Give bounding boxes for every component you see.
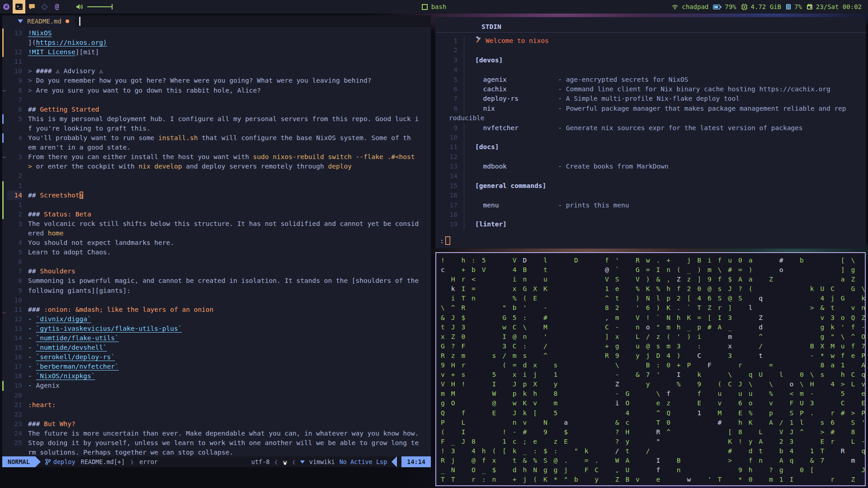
- pager-content: 1Welcome to nixos23[devos]45 agenix- age…: [435, 33, 866, 230]
- workspace-chat[interactable]: [25, 0, 38, 14]
- network-status[interactable]: chadpad: [671, 3, 708, 10]
- pager-line-number: 10: [435, 133, 464, 142]
- linux-penguin-icon: [283, 459, 288, 465]
- workspace-settings[interactable]: [38, 0, 51, 14]
- workspace-mail[interactable]: @: [51, 0, 63, 14]
- text-segment: ##: [28, 267, 40, 275]
- git-sign: [2, 314, 7, 324]
- grid-row: V H ! I J p X y Z y % 9 ( C J \ \ o \ H …: [441, 380, 860, 389]
- git-sign: [2, 381, 7, 390]
- workspace-firefox[interactable]: [0, 0, 13, 14]
- clock[interactable]: 23/Sat 00:02: [807, 3, 862, 10]
- volume-slider[interactable]: [87, 6, 113, 7]
- git-sign: [2, 162, 7, 171]
- git-sign: [2, 286, 7, 296]
- line-number: [7, 448, 22, 456]
- text-segment: Summoning is powerful magic, and cannot …: [28, 277, 419, 284]
- git-sign: [2, 324, 7, 333]
- grid-row: ( I ! - # 9 $ ? H R ^ [ 8 L V J ^ > # 8 …: [441, 427, 860, 437]
- text-segment: The volcanic rock still shifts below thi…: [28, 220, 419, 227]
- git-sign: [2, 248, 7, 257]
- workspace-terminal-active[interactable]: >_: [13, 0, 25, 14]
- editor-line: ~3From there you can either install the …: [2, 152, 431, 162]
- git-branch-icon: [45, 459, 51, 465]
- text-segment: [linter]: [475, 221, 507, 228]
- cpu-status[interactable]: 7%: [786, 3, 802, 10]
- text-segment: :onion: &mdash; like the layers of an on…: [44, 306, 213, 313]
- line-number: 4: [7, 238, 22, 248]
- git-sign: [2, 391, 7, 400]
- line-number: 6: [7, 105, 22, 114]
- pager-line: 13 mdbook- Create books from MarkDown: [435, 162, 866, 171]
- git-sign: [2, 257, 7, 267]
- text-segment: You'll probably want to run some: [28, 134, 158, 141]
- statusline-filename: README.md[+]: [81, 458, 125, 465]
- pager-line: 5 agenix- age-encrypted secrets for NixO…: [435, 75, 866, 84]
- line-text: Learn to adopt Chaos.: [22, 248, 111, 257]
- text-segment: agenix: [475, 75, 558, 84]
- text-segment: ##: [28, 192, 40, 199]
- git-sign: [2, 200, 7, 210]
- pager-line: 3[devos]: [435, 56, 866, 65]
- pager-line-number: 6: [435, 84, 464, 94]
- line-number: 11: [7, 57, 22, 66]
- text-segment: >: [28, 87, 36, 94]
- chat-bubble-icon: [28, 4, 35, 10]
- pager-line-text: [464, 133, 475, 142]
- git-sign: [2, 47, 7, 57]
- neovim-editor-window[interactable]: README.md 13!NixOS](https://nixos.org)12…: [2, 15, 431, 467]
- editor-line: 2: [2, 171, 431, 181]
- git-sign: [2, 66, 7, 76]
- clock-segment: 14:14: [401, 456, 431, 467]
- git-branch[interactable]: deploy: [45, 458, 75, 465]
- markdown-filetype-icon: [18, 19, 23, 23]
- editor-buffer[interactable]: 13!NixOS](https://nixos.org)12!MIT Licen…: [2, 28, 431, 456]
- line-number: 7: [7, 267, 22, 276]
- line-text: ### But Why?: [22, 419, 75, 429]
- date-time: 23/Sat 00:02: [816, 3, 862, 10]
- text-segment: You should not expect landmarks here.: [28, 239, 174, 246]
- line-number: 7: [7, 95, 22, 105]
- pager-line-number: 3: [435, 56, 464, 65]
- editor-line: 14## Screetshots: [2, 191, 431, 200]
- git-sign: [2, 438, 7, 448]
- text-segment: ####: [36, 67, 56, 75]
- pager-line-number: 1: [435, 36, 464, 46]
- line-text: following giants][giants]:: [22, 286, 131, 296]
- memory-status[interactable]: 4.72 GiB: [741, 3, 781, 10]
- line-text: > #### ⚠ Advisory ⚠: [22, 66, 103, 76]
- grid-row: k I = x G X K 1 e % K % h f 2 0 @ s J ? …: [441, 284, 860, 294]
- tab-readme[interactable]: README.md: [2, 15, 75, 27]
- powerline-arrow: [35, 456, 41, 467]
- text-segment: [general commands]: [475, 182, 546, 189]
- battery-status[interactable]: 79%: [713, 3, 736, 10]
- git-sign: [2, 143, 7, 152]
- pager-line-number: 2: [435, 46, 464, 55]
- line-text: - `NixOS/nixpkgs`: [22, 371, 95, 381]
- pager-header: STDIN: [435, 17, 866, 33]
- modified-dot-icon: [66, 19, 69, 23]
- line-text: - `berberman/nvfetcher`: [22, 362, 119, 371]
- grid-row: G ? F 3 C : / + g u @ s m 3 : x / B X M …: [441, 342, 860, 351]
- git-sign: [2, 267, 7, 276]
- pager-line-text: [464, 46, 475, 55]
- random-character-terminal-window[interactable]: ! h : 5 V D l D f ' R w . + j B i f u 0 …: [435, 252, 866, 486]
- powerline-arrow-left: [392, 456, 397, 467]
- pager-terminal-window[interactable]: STDIN 1Welcome to nixos23[devos]45 ageni…: [435, 17, 866, 249]
- pager-line: 19[linter]: [435, 220, 866, 229]
- git-sign: _: [2, 305, 7, 314]
- git-sign: [2, 343, 7, 352]
- editor-line: 12!MIT License][mit]: [2, 47, 431, 57]
- volume-control[interactable]: [76, 4, 113, 10]
- editor-line: 13- `gytis-ivaskevicius/flake-utils-plus…: [2, 324, 431, 333]
- text-segment: From there you can either install the ho…: [28, 153, 253, 160]
- text-segment: ⚠ Advisory ⚠: [56, 67, 103, 75]
- pager-line: 4: [435, 65, 866, 75]
- text-segment: `numtide/devshell`: [36, 344, 107, 351]
- text-segment: !MIT License: [28, 48, 75, 56]
- line-number: 2: [7, 171, 22, 181]
- line-text: > or enter the cockpit with nix develop …: [22, 162, 352, 171]
- git-sign: [2, 333, 7, 343]
- pager-prompt[interactable]: :: [440, 236, 450, 245]
- git-sign: [2, 429, 7, 438]
